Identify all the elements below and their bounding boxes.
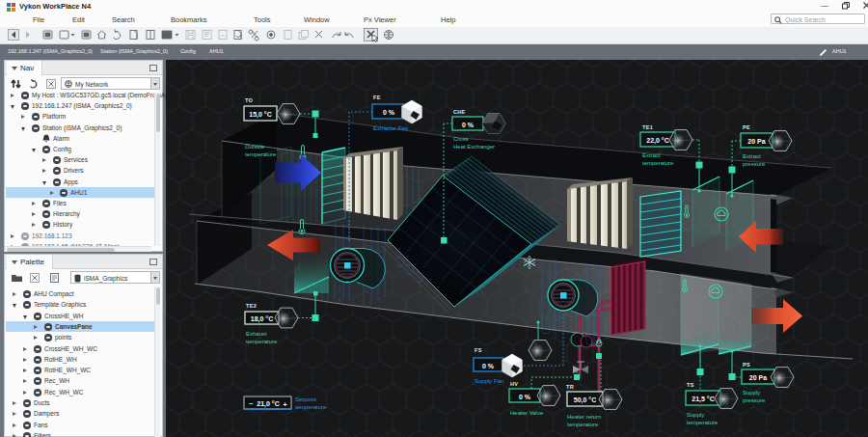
svg-text:50,0 °C: 50,0 °C bbox=[574, 396, 596, 404]
svg-text:−: − bbox=[249, 400, 253, 407]
svg-text:Extract: Extract bbox=[642, 152, 661, 158]
svg-text:Cross: Cross bbox=[453, 136, 469, 142]
svg-text:21,0 °C: 21,0 °C bbox=[257, 400, 279, 408]
svg-text:temperature: temperature bbox=[295, 404, 327, 410]
svg-text:0 %: 0 % bbox=[462, 122, 475, 128]
svg-text:20 Pa: 20 Pa bbox=[747, 138, 765, 145]
svg-text:CHE: CHE bbox=[453, 109, 466, 115]
svg-text:Heater return: Heater return bbox=[567, 414, 601, 420]
svg-text:0 %: 0 % bbox=[383, 109, 395, 116]
svg-text:TO: TO bbox=[245, 97, 254, 103]
svg-text:temperature: temperature bbox=[246, 339, 278, 344]
svg-text:TE2: TE2 bbox=[246, 303, 257, 309]
svg-text:temperature: temperature bbox=[567, 422, 599, 427]
svg-text:PE: PE bbox=[743, 124, 750, 130]
svg-text:0 %: 0 % bbox=[482, 363, 495, 369]
svg-text:Extractor Fan: Extractor Fan bbox=[373, 125, 408, 131]
svg-text:Supply: Supply bbox=[743, 390, 760, 396]
svg-text:15,0 °C: 15,0 °C bbox=[249, 111, 271, 119]
svg-text:22,0 °C: 22,0 °C bbox=[646, 137, 668, 145]
svg-text:Exhaust: Exhaust bbox=[246, 331, 267, 337]
svg-text:Supply: Supply bbox=[687, 412, 704, 418]
svg-text:temperature: temperature bbox=[245, 151, 277, 157]
svg-text:TR: TR bbox=[566, 384, 574, 390]
svg-text:Extract: Extract bbox=[743, 153, 761, 159]
svg-text:Heat Exchanger: Heat Exchanger bbox=[453, 144, 495, 150]
svg-text:Supply Fan: Supply Fan bbox=[475, 378, 503, 384]
svg-text:Outside: Outside bbox=[245, 144, 265, 150]
svg-text:0 %: 0 % bbox=[519, 394, 531, 400]
svg-text:18,0 °C: 18,0 °C bbox=[251, 315, 273, 323]
svg-text:pressure: pressure bbox=[743, 397, 766, 403]
svg-text:21,5 °C: 21,5 °C bbox=[692, 396, 714, 403]
svg-text:Heater Valve: Heater Valve bbox=[510, 410, 544, 416]
svg-text:temperature: temperature bbox=[687, 420, 719, 425]
svg-text:20 Pa: 20 Pa bbox=[749, 374, 767, 381]
svg-text:HV: HV bbox=[510, 381, 518, 387]
svg-text:PS: PS bbox=[743, 362, 750, 368]
svg-text:pressure: pressure bbox=[743, 161, 766, 167]
svg-text:+: + bbox=[283, 401, 286, 408]
svg-text:temperature: temperature bbox=[642, 160, 674, 166]
svg-text:Setpoint: Setpoint bbox=[295, 396, 316, 402]
svg-text:TS: TS bbox=[687, 382, 694, 388]
svg-text:FS: FS bbox=[475, 347, 482, 353]
svg-text:FE: FE bbox=[373, 95, 381, 100]
svg-text:TE1: TE1 bbox=[642, 124, 653, 130]
